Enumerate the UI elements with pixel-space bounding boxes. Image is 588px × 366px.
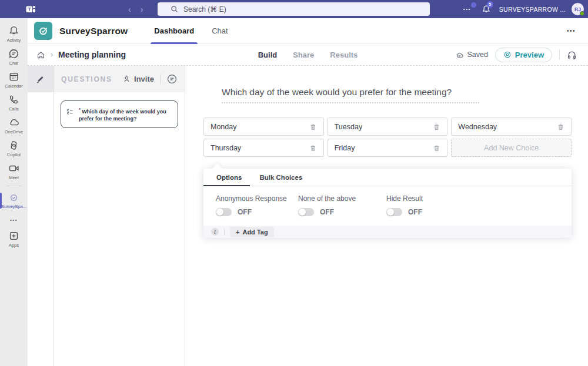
toggle-switch[interactable] [216, 208, 232, 216]
sidebar-item-label: Calls [9, 106, 19, 112]
copilot-icon [8, 140, 19, 151]
sidebar-item-label: Activity [7, 38, 21, 43]
preview-label: Preview [515, 51, 544, 59]
teams-window: ‹ › Search (⌘ E) ••• 5 SUR [0, 0, 588, 366]
toggle-switch[interactable] [298, 208, 314, 216]
add-tag-label: Add Tag [242, 229, 268, 236]
back-icon[interactable]: ‹ [128, 5, 131, 14]
sidebar-item-calendar[interactable]: Calendar [0, 68, 28, 91]
delete-choice-icon[interactable] [309, 144, 317, 152]
forward-icon[interactable]: › [141, 5, 143, 14]
tab-build[interactable]: Build [258, 51, 278, 59]
phone-icon [8, 94, 19, 105]
add-tag-button[interactable]: + Add Tag [230, 227, 274, 237]
avatar[interactable]: RJ [572, 3, 584, 15]
notification-dot [471, 2, 476, 8]
sidebar-item-label: Apps [9, 243, 19, 248]
add-new-choice-button[interactable]: Add New Choice [451, 139, 572, 157]
delete-choice-icon[interactable] [557, 123, 564, 131]
sidebar-item-label: Copilot [7, 152, 21, 157]
tool-rail [28, 66, 54, 366]
required-marker: * [79, 107, 81, 112]
topbar-more-icon[interactable]: ••• [462, 4, 472, 14]
calendar-icon [8, 71, 19, 82]
options-footer: i + Add Tag [203, 226, 572, 238]
surveysparrow-icon [9, 193, 19, 203]
question-title-input[interactable]: Which day of the week would you prefer f… [222, 87, 479, 103]
app-tabs: Dashboard Chat [154, 18, 228, 44]
choice-card[interactable]: Friday [328, 139, 448, 157]
sidebar-item-chat[interactable]: Chat [0, 45, 28, 68]
notifications-bell-icon[interactable]: 5 [482, 5, 491, 14]
saved-status: Saved [455, 51, 487, 59]
toggle-label: Anonymous Response [216, 194, 298, 203]
choice-card[interactable]: Wednesday [451, 117, 572, 136]
teams-topbar: ‹ › Search (⌘ E) ••• 5 SUR [0, 0, 588, 18]
tab-chat[interactable]: Chat [212, 18, 228, 44]
tab-options[interactable]: Options [203, 169, 250, 186]
sidebar-item-calls[interactable]: Calls [0, 91, 28, 114]
account-switcher[interactable]: SURVEYSPARROW ... [499, 6, 566, 13]
sidebar-item-meet[interactable]: Meet [0, 160, 28, 183]
choice-label[interactable]: Monday [211, 123, 236, 131]
toggle-state: OFF [238, 208, 252, 216]
delete-choice-icon[interactable] [433, 144, 440, 152]
delete-choice-icon[interactable] [433, 123, 440, 131]
sidebar-item-onedrive[interactable]: OneDrive [0, 114, 28, 137]
surveysparrow-logo-icon [34, 22, 52, 40]
comments-icon[interactable] [166, 73, 178, 85]
search-placeholder: Search (⌘ E) [183, 5, 226, 14]
toolbar-actions: Saved Preview [455, 48, 577, 62]
options-toggles: Anonymous Response OFF None of the above [203, 186, 572, 226]
builder-content: QUESTIONS Invite [28, 66, 588, 366]
plus-icon: + [236, 229, 239, 236]
toggle-knob [216, 209, 223, 216]
survey-toolbar: › Meeting planning Build Share Results S… [28, 44, 588, 66]
invite-button[interactable]: Invite [122, 75, 154, 83]
notification-count-badge: 5 [487, 1, 493, 8]
headphones-icon[interactable] [567, 50, 577, 60]
edit-mode-button[interactable] [28, 66, 54, 92]
sidebar-item-copilot[interactable]: Copilot [0, 137, 28, 160]
bell-icon [8, 25, 19, 36]
choice-card[interactable]: Monday [203, 117, 324, 136]
choice-card[interactable]: Thursday [203, 139, 324, 157]
footer-divider [224, 229, 225, 236]
question-list-item[interactable]: *Which day of the week would you prefer … [61, 100, 178, 128]
home-icon[interactable] [36, 51, 45, 59]
more-dots: ••• [463, 6, 471, 12]
eye-icon [503, 51, 512, 59]
delete-choice-icon[interactable] [309, 123, 317, 131]
search-input[interactable]: Search (⌘ E) [158, 2, 430, 16]
choice-label[interactable]: Friday [335, 144, 355, 152]
tab-bulk-choices[interactable]: Bulk Choices [250, 169, 310, 186]
pencil-icon [36, 74, 46, 84]
questions-panel-header: QUESTIONS Invite [54, 66, 185, 92]
choice-label[interactable]: Thursday [211, 144, 241, 152]
survey-title: Meeting planning [58, 50, 126, 59]
tab-share[interactable]: Share [293, 51, 314, 59]
toggle-switch[interactable] [386, 208, 402, 216]
sidebar-item-surveysparrow[interactable]: SurveySpa... [0, 189, 28, 212]
sidebar-item-apps[interactable]: Apps [0, 227, 28, 250]
preview-button[interactable]: Preview [495, 48, 552, 62]
info-icon[interactable]: i [211, 228, 219, 236]
video-camera-icon [8, 163, 20, 174]
avatar-initials: RJ [574, 6, 581, 12]
choice-card[interactable]: Tuesday [328, 117, 448, 136]
cloud-icon [8, 117, 20, 128]
teams-logo-icon [26, 4, 36, 14]
question-list-item-text: *Which day of the week would you prefer … [79, 106, 173, 122]
choice-label[interactable]: Wednesday [458, 123, 497, 131]
choice-label[interactable]: Tuesday [335, 123, 362, 131]
app-more-icon[interactable]: ••• [567, 28, 576, 34]
sidebar-more-icon[interactable]: ••• [0, 212, 28, 227]
search-icon [171, 5, 178, 13]
panel-header-divider [160, 75, 161, 84]
sidebar-item-label: Meet [9, 175, 19, 180]
question-preview-text: Which day of the week would you prefer f… [79, 109, 166, 122]
choices-grid: Monday Tuesday [203, 117, 572, 157]
tab-dashboard[interactable]: Dashboard [154, 18, 194, 44]
sidebar-item-activity[interactable]: Activity [0, 22, 28, 45]
tab-results[interactable]: Results [330, 51, 358, 59]
